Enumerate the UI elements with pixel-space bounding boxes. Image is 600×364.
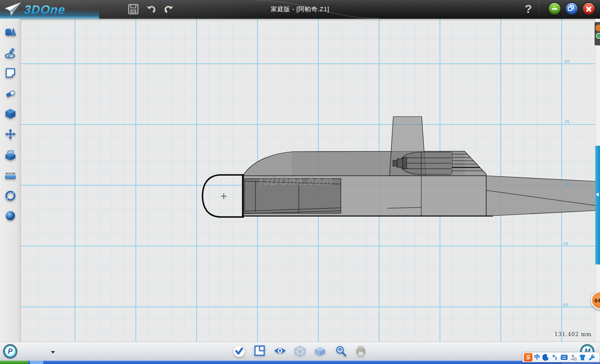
minimize-icon xyxy=(552,8,558,10)
help-label: ? xyxy=(525,2,532,16)
orbit-ring-icon xyxy=(5,190,16,202)
minimize-button[interactable] xyxy=(549,3,560,15)
scale-readout: 131.402 mm xyxy=(545,331,600,337)
app-name: 3DOne xyxy=(24,3,66,17)
profile-badge[interactable]: P xyxy=(4,345,17,358)
toolbar-special-feature-button[interactable] xyxy=(5,149,16,161)
sketch-center-marker xyxy=(221,193,227,199)
zoom-button[interactable] xyxy=(335,345,347,357)
apache-model[interactable] xyxy=(21,19,600,342)
shaded-cube-icon xyxy=(314,345,326,357)
app-logo[interactable]: 3DOne xyxy=(3,1,65,18)
skin-button[interactable] xyxy=(579,354,586,361)
grid-label-25: 25 xyxy=(565,120,570,124)
maximize-icon-back xyxy=(568,7,572,11)
grid-label-neg25: -25 xyxy=(562,242,568,246)
chinese-mode-label: 中 xyxy=(534,353,540,360)
toolbar-measure-button[interactable] xyxy=(5,170,16,181)
redo-button[interactable] xyxy=(162,2,176,16)
bottom-toolbar: P xyxy=(0,342,600,361)
modeling-viewport[interactable]: i3DOne.com 50 25 -25 -50 64 131.402 mm xyxy=(21,19,600,342)
measure-ruler-icon xyxy=(5,170,16,181)
moon-icon xyxy=(542,354,549,361)
panel-expand-arrow-icon xyxy=(596,192,599,197)
toolbar-sketch-button[interactable] xyxy=(5,47,16,59)
widget-orange-icon xyxy=(595,25,600,31)
special-feature-cube-icon xyxy=(5,149,16,161)
material-sphere-icon xyxy=(5,210,16,222)
settings-button[interactable] xyxy=(588,354,595,361)
chinese-mode-toggle[interactable]: 中 xyxy=(534,353,540,361)
undo-button[interactable] xyxy=(144,2,158,16)
user-icon xyxy=(570,354,577,361)
widget-green-icon xyxy=(596,33,600,39)
profile-badge-letter: P xyxy=(8,347,12,356)
toolbar-move-button[interactable] xyxy=(5,128,16,140)
eraser-trim-icon xyxy=(5,88,16,100)
sketch-pen-icon xyxy=(5,47,16,59)
print-button[interactable] xyxy=(355,345,367,357)
wireframe-cube-icon xyxy=(294,345,306,357)
wrench-icon xyxy=(588,354,595,361)
redo-icon xyxy=(163,4,175,15)
start-button[interactable] xyxy=(0,361,28,364)
save-icon xyxy=(128,4,139,15)
solid-primitives-icon xyxy=(5,27,16,38)
notification-count: 64 xyxy=(595,297,600,304)
print-icon xyxy=(355,345,367,357)
punctuation-toggle[interactable] xyxy=(551,354,559,361)
toolbar-material-button[interactable] xyxy=(5,210,16,222)
collapsed-panel-handle[interactable] xyxy=(595,146,600,264)
viewport-layout-icon xyxy=(254,345,265,356)
save-button[interactable] xyxy=(126,2,140,16)
left-toolbar xyxy=(0,19,21,342)
model-tail-boom xyxy=(486,176,600,216)
ime-toolbar: S 中 xyxy=(522,352,600,362)
confirm-check-icon xyxy=(232,344,246,358)
grid-origin-marker xyxy=(566,182,570,186)
feature-cube-icon xyxy=(5,108,16,120)
model-hub-cylinder xyxy=(393,160,397,166)
shirt-skin-icon xyxy=(579,354,586,361)
shaded-view-button[interactable] xyxy=(314,345,326,357)
corner-mini-widget[interactable] xyxy=(595,22,600,45)
move-icon xyxy=(5,128,16,140)
user-account-button[interactable] xyxy=(570,354,577,361)
keyboard-icon xyxy=(560,354,568,360)
taskbar-button[interactable] xyxy=(30,361,43,364)
help-button[interactable]: ? xyxy=(522,1,535,17)
night-mode-toggle[interactable] xyxy=(542,354,550,361)
undo-icon xyxy=(145,4,157,15)
sogou-letter: S xyxy=(526,354,530,361)
toolbar-feature-button[interactable] xyxy=(5,108,16,120)
soft-keyboard-button[interactable] xyxy=(560,354,568,361)
confirm-button[interactable] xyxy=(232,344,244,356)
grid-label-neg50: -50 xyxy=(562,303,568,307)
zoom-search-icon xyxy=(335,345,347,357)
maximize-button[interactable] xyxy=(566,3,578,15)
toolbar-sketch-plane-button[interactable] xyxy=(5,67,16,79)
visibility-eye-icon xyxy=(274,345,286,356)
profile-dropdown-caret-icon[interactable] xyxy=(51,351,55,354)
toolbar-trim-button[interactable] xyxy=(5,88,16,100)
titlebar-separator xyxy=(539,2,539,16)
sketch-plane-icon xyxy=(5,67,16,79)
toolbar-primitives-button[interactable] xyxy=(5,27,16,38)
3done-application-window: 3DOne 家庭版 - [阿 xyxy=(0,0,600,364)
titlebar: 3DOne 家庭版 - [阿 xyxy=(0,0,600,19)
os-taskbar[interactable] xyxy=(0,361,600,364)
apostrophe-icon xyxy=(552,354,558,361)
sogou-logo-icon[interactable]: S xyxy=(524,353,532,362)
grid-label-50: 50 xyxy=(565,59,570,63)
visibility-button[interactable] xyxy=(274,345,285,357)
paper-plane-icon xyxy=(3,2,22,17)
viewport-layout-button[interactable] xyxy=(254,345,266,357)
toolbar-orbit-button[interactable] xyxy=(5,190,16,202)
wireframe-view-button[interactable] xyxy=(294,345,306,357)
close-button[interactable] xyxy=(583,3,595,15)
